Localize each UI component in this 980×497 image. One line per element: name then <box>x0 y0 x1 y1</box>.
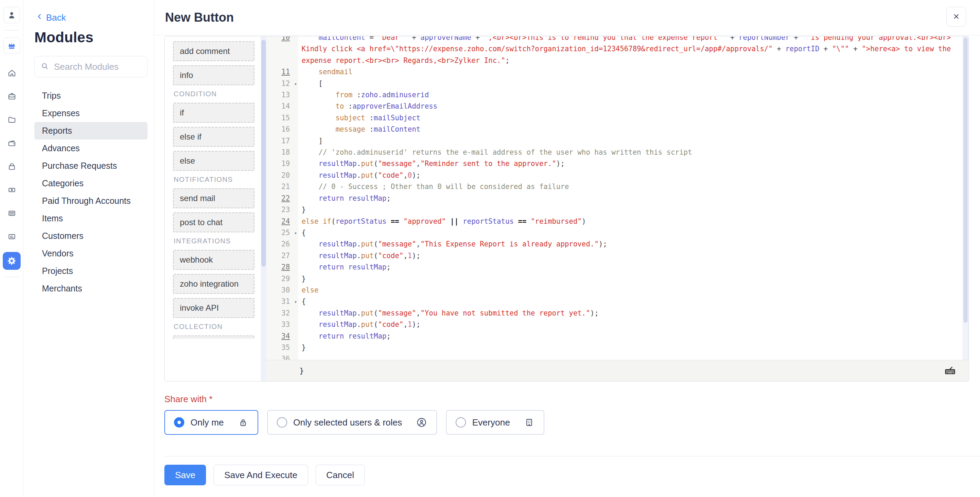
snippet-chip-if[interactable]: if <box>173 103 255 123</box>
rail-wallet-button[interactable] <box>7 138 16 148</box>
rail-folder-button[interactable] <box>7 115 16 124</box>
cancel-button[interactable]: Cancel <box>316 465 365 485</box>
sidebar-item-trips[interactable]: Trips <box>34 87 148 105</box>
share-option-everyone[interactable]: Everyone <box>446 410 544 435</box>
line-number[interactable]: 30 <box>266 284 298 296</box>
search-modules-input[interactable] <box>54 62 169 72</box>
code-line-text: from :zoho.adminuserid <box>298 89 969 101</box>
line-number[interactable]: 36 <box>266 353 298 360</box>
code-line-text: return resultMap; <box>298 262 969 273</box>
line-number[interactable]: 12▾ <box>266 78 298 89</box>
close-button[interactable] <box>946 7 966 27</box>
rail-person-button[interactable] <box>3 7 20 23</box>
bag-icon <box>7 162 16 171</box>
rail-card-diamond-button[interactable] <box>7 185 16 194</box>
line-number[interactable]: 16 <box>266 124 298 135</box>
line-number[interactable]: 10 <box>266 37 298 66</box>
line-number[interactable]: 32 <box>266 308 298 319</box>
line-number[interactable]: 19 <box>266 158 298 170</box>
radio-icon[interactable] <box>174 417 184 427</box>
share-option-only-me[interactable]: Only me <box>164 410 258 435</box>
person-icon <box>7 10 16 20</box>
line-number[interactable]: 31▾ <box>266 296 298 307</box>
sidebar-item-advances[interactable]: Advances <box>34 140 148 157</box>
code-line-text: return resultMap; <box>298 331 969 342</box>
line-number[interactable]: 25▾ <box>266 227 298 238</box>
sidebar-item-customers[interactable]: Customers <box>34 227 148 245</box>
keyboard-icon[interactable] <box>944 365 956 377</box>
snippet-chip-send-mail[interactable]: send mail <box>173 188 255 208</box>
line-number[interactable]: 24 <box>266 216 298 227</box>
code-line: 19 resultMap.put("message","Reminder sen… <box>266 158 969 170</box>
radio-icon[interactable] <box>277 417 287 427</box>
code-content[interactable]: 10 mailContent = "Dear " + approverName … <box>266 37 969 360</box>
snippet-chip-info[interactable]: info <box>173 65 255 85</box>
sidebar-item-purchase-requests[interactable]: Purchase Requests <box>34 157 148 175</box>
sidebar-item-vendors[interactable]: Vendors <box>34 245 148 262</box>
rail-card-sliders-button[interactable] <box>7 209 16 218</box>
editor-scrollbar[interactable] <box>963 37 969 360</box>
code-line-text: resultMap.put("code",1); <box>298 250 969 262</box>
palette-scrollbar[interactable] <box>261 37 266 381</box>
line-number[interactable]: 21 <box>266 181 298 192</box>
snippet-chip-else-if[interactable]: else if <box>173 127 255 147</box>
snippet-chip-add-comment[interactable]: add comment <box>173 41 255 61</box>
share-option-only-selected-users-roles[interactable]: Only selected users & roles <box>267 410 437 435</box>
rail-briefcase-button[interactable] <box>7 92 16 101</box>
line-number[interactable]: 34 <box>266 331 298 342</box>
line-number[interactable]: 23 <box>266 204 298 216</box>
fold-arrow-icon[interactable]: ▾ <box>294 78 297 90</box>
rail-chart-button[interactable] <box>7 232 16 241</box>
snippet-chip-zoho-integration[interactable]: zoho integration <box>173 274 255 294</box>
snippet-chip-invoke-api[interactable]: invoke API <box>173 298 255 318</box>
save-and-execute-button[interactable]: Save And Execute <box>213 465 308 485</box>
back-link[interactable]: Back <box>36 13 154 23</box>
snippet-palette: add commentinfoCONDITIONifelse ifelseNOT… <box>165 37 261 381</box>
line-number[interactable]: 11 <box>266 66 298 78</box>
line-number[interactable]: 14 <box>266 101 298 112</box>
snippet-chip-clipped[interactable] <box>173 335 255 339</box>
snippet-chip-post-to-chat[interactable]: post to chat <box>173 213 255 232</box>
line-number[interactable]: 28 <box>266 262 298 273</box>
code-line: 23} <box>266 204 969 216</box>
search-modules-box[interactable] <box>34 56 148 77</box>
code-line: 25▾{ <box>266 227 969 238</box>
sidebar-item-projects[interactable]: Projects <box>34 262 148 280</box>
line-number[interactable]: 35 <box>266 342 298 353</box>
fold-arrow-icon[interactable]: ▾ <box>294 296 297 308</box>
rail-bag-button[interactable] <box>7 162 16 171</box>
palette-group-label: INTEGRATIONS <box>173 237 255 245</box>
snippet-chip-else[interactable]: else <box>173 151 255 171</box>
line-number[interactable]: 13 <box>266 89 298 101</box>
palette-group-label: COLLECTION <box>173 323 255 331</box>
save-button[interactable]: Save <box>164 465 206 485</box>
sidebar-item-paid-through-accounts[interactable]: Paid Through Accounts <box>34 192 148 210</box>
line-number[interactable]: 15 <box>266 113 298 124</box>
rail-crown-button[interactable] <box>3 38 20 54</box>
editor-scrollbar-thumb[interactable] <box>964 38 967 323</box>
palette-scrollbar-thumb[interactable] <box>261 40 266 267</box>
code-line-text: resultMap.put("message","You have not su… <box>298 308 969 319</box>
code-editor[interactable]: 10 mailContent = "Dear " + approverName … <box>266 37 969 360</box>
fold-arrow-icon[interactable]: ▾ <box>294 227 297 239</box>
sidebar-item-expenses[interactable]: Expenses <box>34 105 148 122</box>
sidebar-item-categories[interactable]: Categories <box>34 175 148 192</box>
line-number[interactable]: 27 <box>266 250 298 262</box>
sidebar-item-merchants[interactable]: Merchants <box>34 280 148 297</box>
briefcase-icon <box>7 92 16 101</box>
line-number[interactable]: 18 <box>266 147 298 158</box>
line-number[interactable]: 17 <box>266 135 298 147</box>
sidebar-item-reports[interactable]: Reports <box>34 122 148 140</box>
line-number[interactable]: 22 <box>266 193 298 204</box>
snippet-chip-webhook[interactable]: webhook <box>173 250 255 270</box>
radio-icon[interactable] <box>456 417 466 427</box>
rail-home-button[interactable] <box>7 68 16 77</box>
line-number[interactable]: 20 <box>266 170 298 181</box>
sidebar-item-items[interactable]: Items <box>34 210 148 227</box>
code-line-text: { <box>298 227 969 238</box>
line-number[interactable]: 33 <box>266 319 298 330</box>
line-number[interactable]: 29 <box>266 273 298 284</box>
line-number[interactable]: 26 <box>266 238 298 250</box>
code-line-text: { <box>298 296 969 307</box>
rail-gear-button[interactable] <box>3 252 21 270</box>
